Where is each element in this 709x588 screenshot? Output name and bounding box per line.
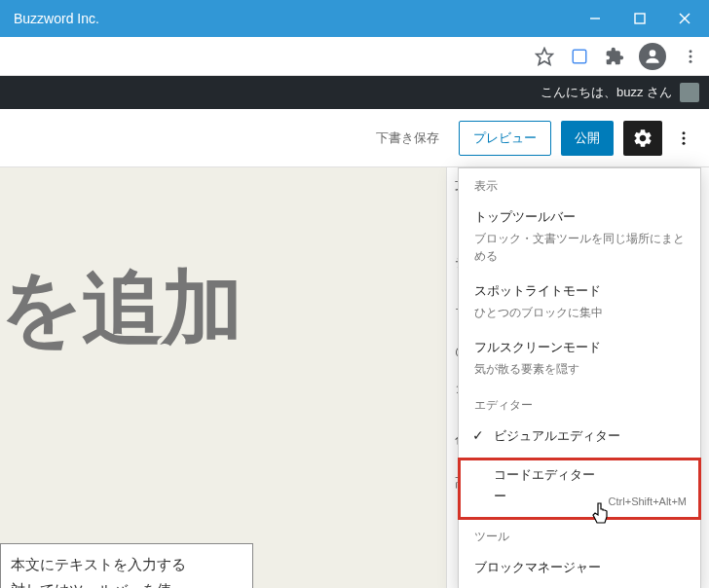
star-icon[interactable]	[534, 46, 555, 67]
svg-marker-4	[537, 48, 553, 64]
maximize-button[interactable]	[617, 0, 662, 37]
wp-greeting[interactable]: こんにちは、buzz さん	[541, 84, 672, 101]
svg-point-12	[683, 141, 686, 144]
menu-code-editor[interactable]: コードエディター ー Ctrl+Shift+Alt+M	[458, 458, 701, 520]
minimize-button[interactable]	[573, 0, 617, 37]
save-draft-button[interactable]: 下書き保存	[366, 122, 449, 155]
dots-vertical-icon	[675, 129, 692, 147]
window-titlebar: Buzzword Inc.	[0, 0, 709, 37]
publish-button[interactable]: 公開	[561, 121, 614, 156]
close-button[interactable]	[662, 0, 707, 37]
menu-visual-editor[interactable]: ビジュアルエディター	[459, 420, 700, 459]
browser-menu-icon[interactable]	[680, 46, 701, 67]
gear-icon	[632, 128, 653, 149]
svg-point-11	[683, 136, 686, 139]
menu-block-manager[interactable]: ブロックマネージャー	[459, 551, 700, 588]
section-view-label: 表示	[459, 168, 700, 201]
section-tools-label: ツール	[459, 519, 700, 551]
section-editor-label: エディター	[459, 387, 700, 420]
svg-point-7	[690, 50, 692, 53]
svg-rect-5	[573, 50, 586, 63]
paragraph-line1: 本文にテキストを入力する	[11, 556, 186, 572]
menu-spotlight-mode[interactable]: スポットライトモード ひとつのブロックに集中	[459, 275, 700, 331]
code-editor-shortcut: Ctrl+Shift+Alt+M	[609, 496, 687, 507]
more-options-button[interactable]	[672, 121, 695, 156]
options-dropdown: 表示 トップツールバー ブロック・文書ツールを同じ場所にまとめる スポットライト…	[458, 167, 701, 588]
window-title: Buzzword Inc.	[14, 11, 573, 26]
browser-toolbar	[0, 37, 709, 76]
svg-point-10	[683, 131, 686, 134]
menu-fullscreen-mode[interactable]: フルスクリーンモード 気が散る要素を隠す	[459, 331, 700, 387]
editor-toolbar: 下書き保存 プレビュー 公開	[0, 109, 709, 167]
preview-button[interactable]: プレビュー	[459, 121, 551, 156]
wp-admin-bar: こんにちは、buzz さん	[0, 76, 709, 109]
svg-point-8	[690, 55, 692, 57]
svg-rect-1	[635, 14, 645, 23]
menu-top-toolbar[interactable]: トップツールバー ブロック・文書ツールを同じ場所にまとめる	[459, 201, 700, 275]
extensions-icon[interactable]	[604, 46, 625, 67]
svg-point-6	[650, 50, 656, 56]
svg-point-9	[690, 59, 692, 62]
plugin-icon[interactable]	[569, 46, 590, 67]
post-title-placeholder[interactable]: を追加	[0, 253, 242, 364]
profile-avatar[interactable]	[639, 43, 666, 70]
wp-avatar[interactable]	[680, 83, 699, 102]
settings-button[interactable]	[623, 121, 662, 156]
cursor-pointer-icon	[591, 501, 611, 525]
paragraph-line2: 対してはツールバーを使っ	[11, 581, 186, 589]
paragraph-block[interactable]: 本文にテキストを入力する 対してはツールバーを使っ ることができます。	[0, 543, 253, 588]
